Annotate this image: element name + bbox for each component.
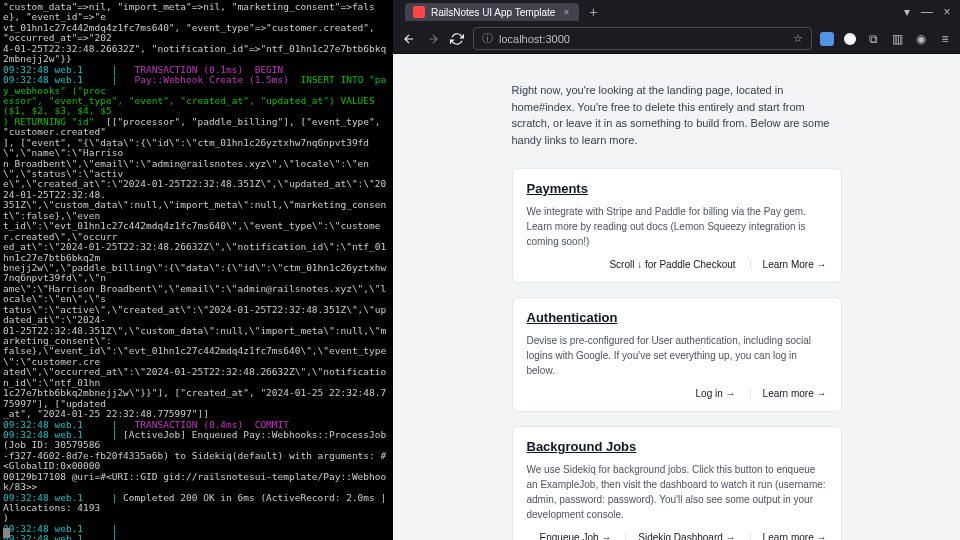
- window-controls: ▾ — ×: [900, 5, 954, 19]
- terminal-pane[interactable]: "custom_data"=>nil, "import_meta"=>nil, …: [0, 0, 393, 540]
- back-button[interactable]: [401, 31, 417, 47]
- account-icon[interactable]: ◉: [914, 32, 928, 46]
- card-link[interactable]: Scroll ↓ for Paddle Checkout: [609, 259, 735, 270]
- browser-tab[interactable]: RailsNotes UI App Template ×: [405, 3, 579, 21]
- intro-text: Right now, you're looking at the landing…: [512, 82, 842, 148]
- close-window-icon[interactable]: ×: [940, 5, 954, 19]
- extension-icon-3[interactable]: ⧉: [866, 32, 880, 46]
- tab-title: RailsNotes UI App Template: [431, 7, 555, 18]
- bookmark-star-icon[interactable]: ☆: [793, 32, 803, 45]
- card-title[interactable]: Background Jobs: [527, 439, 827, 454]
- forward-button[interactable]: [425, 31, 441, 47]
- card-links: Log in →Learn more →: [527, 388, 827, 399]
- nav-bar: ⓘ localhost:3000 ☆ ⧉ ▥ ◉ ≡: [393, 24, 960, 54]
- chevron-down-icon[interactable]: ▾: [900, 5, 914, 19]
- card-link[interactable]: Learn More →: [750, 259, 827, 270]
- lock-icon: ⓘ: [482, 31, 493, 46]
- url-bar[interactable]: ⓘ localhost:3000 ☆: [473, 27, 812, 50]
- close-tab-icon[interactable]: ×: [561, 7, 571, 17]
- card-link[interactable]: Log in →: [696, 388, 736, 399]
- favicon-icon: [413, 6, 425, 18]
- tab-bar: RailsNotes UI App Template × +: [399, 1, 610, 23]
- url-text: localhost:3000: [499, 33, 787, 45]
- extension-icon-2[interactable]: [844, 33, 856, 45]
- card-link[interactable]: Enqueue Job →: [540, 532, 612, 540]
- card-title[interactable]: Authentication: [527, 310, 827, 325]
- menu-icon[interactable]: ≡: [938, 32, 952, 46]
- card-title[interactable]: Payments: [527, 181, 827, 196]
- titlebar: RailsNotes UI App Template × + ▾ — ×: [393, 0, 960, 24]
- card-body: Devise is pre-configured for User authen…: [527, 333, 827, 378]
- toolbar-right: ⧉ ▥ ◉ ≡: [820, 32, 952, 46]
- card-link[interactable]: Learn more →: [750, 532, 827, 540]
- browser-window: RailsNotes UI App Template × + ▾ — × ⓘ l…: [393, 0, 960, 540]
- card-links: Enqueue Job →Sidekiq Dashboard →Learn mo…: [527, 532, 827, 540]
- card-links: Scroll ↓ for Paddle CheckoutLearn More →: [527, 259, 827, 270]
- minimize-icon[interactable]: —: [920, 5, 934, 19]
- card-body: We use Sidekiq for background jobs. Clic…: [527, 462, 827, 522]
- page-main: Right now, you're looking at the landing…: [492, 82, 862, 540]
- card-authentication: AuthenticationDevise is pre-configured f…: [512, 297, 842, 412]
- card-link[interactable]: Learn more →: [750, 388, 827, 399]
- card-payments: PaymentsWe integrate with Stripe and Pad…: [512, 168, 842, 283]
- card-body: We integrate with Stripe and Paddle for …: [527, 204, 827, 249]
- extension-icon[interactable]: [820, 32, 834, 46]
- card-background-jobs: Background JobsWe use Sidekiq for backgr…: [512, 426, 842, 540]
- page-content[interactable]: Right now, you're looking at the landing…: [393, 54, 960, 540]
- reload-button[interactable]: [449, 31, 465, 47]
- card-link[interactable]: Sidekiq Dashboard →: [625, 532, 735, 540]
- new-tab-button[interactable]: +: [583, 4, 603, 20]
- sidebar-icon[interactable]: ▥: [890, 32, 904, 46]
